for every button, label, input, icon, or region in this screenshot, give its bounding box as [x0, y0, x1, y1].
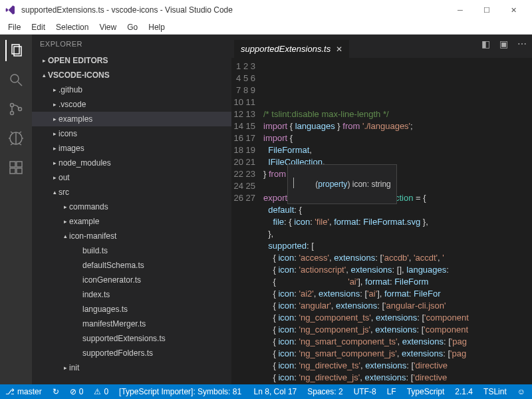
ts-version[interactable]: 2.1.4 — [455, 387, 473, 396]
status-bar: ⎇ master ↻ ⊘ 0 ⚠ 0 [TypeScript Importer]… — [0, 384, 532, 399]
toggle-panel-icon[interactable]: ▣ — [499, 39, 508, 49]
folder-init[interactable]: ▸init — [32, 360, 231, 375]
explorer-icon[interactable] — [5, 40, 27, 61]
file-defaultSchema.ts[interactable]: defaultSchema.ts — [32, 258, 231, 273]
folder-node_modules[interactable]: ▸node_modules — [32, 156, 231, 170]
warnings-count[interactable]: ⚠ 0 — [94, 387, 108, 396]
folder-out[interactable]: ▸out — [32, 170, 231, 185]
menu-help[interactable]: Help — [148, 23, 165, 32]
code-content[interactable]: /* tslint:disable max-line-length */impo… — [263, 58, 532, 384]
more-actions-icon[interactable]: ⋯ — [517, 39, 527, 49]
debug-icon[interactable] — [5, 128, 27, 149]
file-build.ts[interactable]: build.ts — [32, 243, 231, 258]
language-mode[interactable]: TypeScript — [407, 387, 445, 396]
vscode-logo-icon — [5, 5, 16, 15]
search-icon[interactable] — [5, 69, 27, 90]
folder-.vscode[interactable]: ▸.vscode — [32, 97, 231, 112]
open-editors-section[interactable]: ▸ OPEN EDITORS — [32, 53, 231, 68]
ts-importer-status[interactable]: [TypeScript Importer]: Symbols: 81 — [119, 387, 241, 396]
indent-spaces[interactable]: Spaces: 2 — [307, 387, 342, 396]
svg-point-2 — [11, 74, 19, 82]
svg-rect-1 — [14, 47, 21, 56]
close-icon[interactable]: ✕ — [336, 45, 342, 54]
hover-tooltip: (property) icon: string — [287, 164, 397, 204]
tab-supported-extensions[interactable]: supportedExtensions.ts ✕ — [234, 40, 349, 58]
sidebar-title: EXPLORER — [32, 35, 231, 53]
activity-bar — [0, 35, 32, 384]
line-number-gutter: 1 2 3 4 5 6 7 8 9 10 11 12 13 14 15 16 1… — [231, 58, 263, 384]
menu-bar: FileEditSelectionViewGoHelp — [0, 20, 532, 35]
file-manifestMerger.ts[interactable]: manifestMerger.ts — [32, 317, 231, 331]
errors-count[interactable]: ⊘ 0 — [70, 387, 84, 396]
code-editor[interactable]: 1 2 3 4 5 6 7 8 9 10 11 12 13 14 15 16 1… — [231, 58, 532, 384]
folder-images[interactable]: ▸images — [32, 141, 231, 156]
folder-examples[interactable]: ▸examples — [32, 112, 231, 126]
window-title-bar: supportedExtensions.ts - vscode-icons - … — [0, 0, 532, 20]
sidebar-explorer: EXPLORER ▸ OPEN EDITORS ▴ VSCODE-ICONS ▸… — [32, 35, 231, 384]
editor-tabs: supportedExtensions.ts ✕ ◧ ▣ ⋯ — [231, 35, 532, 58]
maximize-button[interactable]: ☐ — [473, 0, 500, 20]
cursor-position[interactable]: Ln 8, Col 17 — [254, 387, 297, 396]
project-root[interactable]: ▴ VSCODE-ICONS — [32, 68, 231, 82]
svg-rect-9 — [10, 162, 15, 167]
encoding[interactable]: UTF-8 — [354, 387, 376, 396]
file-iconGenerator.ts[interactable]: iconGenerator.ts — [32, 273, 231, 287]
git-sync-icon[interactable]: ↻ — [53, 387, 59, 396]
folder-.github[interactable]: ▸.github — [32, 82, 231, 97]
text-cursor — [293, 178, 294, 188]
menu-view[interactable]: View — [99, 23, 116, 32]
svg-line-3 — [18, 82, 22, 86]
minimize-button[interactable]: ─ — [447, 0, 473, 20]
svg-rect-0 — [12, 45, 19, 54]
menu-go[interactable]: Go — [127, 23, 138, 32]
file-supportedFolders.ts[interactable]: supportedFolders.ts — [32, 346, 231, 360]
file-index.ts[interactable]: index.ts — [32, 287, 231, 302]
close-button[interactable]: ✕ — [500, 0, 527, 20]
window-title: supportedExtensions.ts - vscode-icons - … — [21, 5, 447, 15]
eol[interactable]: LF — [387, 387, 396, 396]
source-control-icon[interactable] — [5, 98, 27, 120]
svg-rect-10 — [17, 162, 22, 167]
svg-rect-12 — [17, 168, 22, 174]
folder-commands[interactable]: ▸commands — [32, 200, 231, 214]
folder-src[interactable]: ▴src — [32, 185, 231, 200]
folder-example[interactable]: ▸example — [32, 214, 231, 229]
editor-group: supportedExtensions.ts ✕ ◧ ▣ ⋯ 1 2 3 4 5… — [231, 35, 532, 384]
git-branch[interactable]: ⎇ master — [5, 387, 42, 396]
window-controls: ─ ☐ ✕ — [447, 0, 527, 20]
split-editor-icon[interactable]: ◧ — [481, 39, 490, 49]
folder-icons[interactable]: ▸icons — [32, 126, 231, 141]
menu-edit[interactable]: Edit — [31, 23, 45, 32]
svg-point-5 — [11, 112, 14, 115]
extensions-icon[interactable] — [5, 157, 27, 178]
feedback-icon[interactable]: ☺ — [517, 387, 525, 396]
file-tree: ▸.github▸.vscode▸examples▸icons▸images▸n… — [32, 82, 231, 384]
menu-selection[interactable]: Selection — [56, 23, 88, 32]
svg-point-4 — [11, 104, 14, 107]
menu-file[interactable]: File — [8, 23, 21, 32]
file-supportedExtensions.ts[interactable]: supportedExtensions.ts — [32, 331, 231, 346]
file-languages.ts[interactable]: languages.ts — [32, 302, 231, 317]
svg-rect-11 — [10, 168, 15, 174]
tslint-status[interactable]: TSLint — [483, 387, 507, 396]
folder-icon-manifest[interactable]: ▴icon-manifest — [32, 229, 231, 243]
